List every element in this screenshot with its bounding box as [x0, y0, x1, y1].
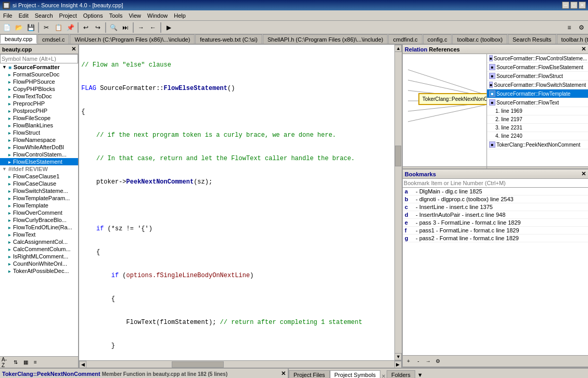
copy-button[interactable]: 📋 — [53, 22, 64, 33]
relation-close-btn[interactable]: ✕ — [581, 46, 586, 53]
open-button[interactable]: 📂 — [13, 22, 24, 33]
editor-hscrollbar[interactable]: ◀ ▶ — [79, 360, 402, 368]
preview-close-btn[interactable]: ✕ — [281, 370, 286, 377]
project-tab-files[interactable]: Project Files — [289, 370, 330, 378]
tree-item-ifdef-review[interactable]: ▼ #ifdef REVIEW — [0, 165, 78, 173]
save-button[interactable]: 💾 — [25, 22, 36, 33]
relation-zoom-in-btn[interactable]: + — [433, 168, 443, 170]
tree-item-flowfilescope[interactable]: ▸ FlowFileScope — [0, 114, 78, 122]
tree-item-flowtemplateparam[interactable]: ▸ FlowTemplateParam... — [0, 194, 78, 202]
relation-item-5-2[interactable]: 2. line 2197 — [487, 115, 588, 124]
relation-refresh-btn[interactable]: ↻ — [424, 168, 433, 170]
undo-button[interactable]: ↩ — [80, 22, 92, 33]
bookmark-search-input[interactable] — [403, 179, 588, 188]
relation-item-2[interactable]: ■ SourceFormatter::FlowStruct — [487, 72, 588, 81]
tree-item-flowovercomment[interactable]: ▸ FlowOverComment — [0, 209, 78, 216]
tree-item-flowcontrol[interactable]: ▸ FlowControlStatem... — [0, 151, 78, 158]
scroll-left-btn[interactable]: ◀ — [79, 361, 86, 368]
menu-edit[interactable]: Edit — [16, 10, 32, 21]
menu-view[interactable]: View — [125, 10, 144, 21]
bookmark-item-e[interactable]: e - pass 3 - FormatLine - format.c line … — [403, 219, 588, 227]
az-button[interactable]: A-Z — [1, 358, 10, 367]
graph-center-node[interactable]: TokerClang::PeekNextNonComment — [418, 93, 487, 105]
tree-item-flowtext[interactable]: ▸ FlowText — [0, 231, 78, 238]
tree-item-flowtoendofline[interactable]: ▸ FlowToEndOfLine(Ra... — [0, 224, 78, 231]
menu-search[interactable]: Search — [32, 10, 56, 21]
relation-back-btn[interactable]: ◀ — [404, 168, 413, 170]
menu-window[interactable]: Window — [144, 10, 171, 21]
filter-button[interactable]: ▦ — [21, 358, 30, 367]
window-controls[interactable]: ─ □ ✕ — [562, 2, 586, 9]
goto-button[interactable]: → — [135, 22, 147, 33]
tree-item-flownamespace[interactable]: ▸ FlowNamespace — [0, 136, 78, 144]
toolbar-extra-2[interactable]: ⚙ — [576, 22, 587, 33]
tree-item-copyphpblocks[interactable]: ▸ CopyPHPBlocks — [0, 85, 78, 93]
bookmark-item-c[interactable]: c - InsertLine - insert.c line 1375 — [403, 203, 588, 211]
build-button[interactable]: ▶ — [163, 22, 174, 33]
relation-item-3[interactable]: ■ SourceFormatter::FlowSwitchStatement — [487, 81, 588, 89]
expand-icon[interactable]: ▼ — [2, 64, 7, 70]
tree-item-calcassignment[interactable]: ▸ CalcAssignmentCol... — [0, 238, 78, 245]
menu-project[interactable]: Project — [56, 10, 80, 21]
tree-item-countnonwhite[interactable]: ▸ CountNonWhiteOnl... — [0, 260, 78, 267]
relation-zoom-out-btn[interactable]: - — [443, 168, 453, 170]
relation-settings-btn[interactable]: ⚙ — [453, 168, 463, 170]
search-button[interactable]: 🔍 — [108, 22, 119, 33]
tree-item-flowtextodoc[interactable]: ▸ FlowTextToDoc — [0, 93, 78, 100]
bookmark-item-f[interactable]: f - pass1 - FormatLine - format.c line 1… — [403, 227, 588, 234]
tree-item-preprocphp[interactable]: ▸ PreprocPHP — [0, 100, 78, 107]
close-button[interactable]: ✕ — [579, 2, 586, 9]
tree-item-tokerat[interactable]: ▸ TokerAtPossibleDec... — [0, 267, 78, 275]
tree-item-flowswitchstatement[interactable]: ▸ FlowSwitchStateme... — [0, 187, 78, 194]
tab-config[interactable]: config.c — [423, 34, 452, 44]
bookmark-item-b[interactable]: b - dlgnoti - dlgprop.c (toolbox) line 2… — [403, 195, 588, 203]
tree-item-flowwhileafterdo[interactable]: ▸ FlowWhileAfterDoBl — [0, 144, 78, 151]
list-settings-btn[interactable]: ⚙ — [508, 168, 517, 170]
tree-item-postprocphp[interactable]: ▸ PostprocPHP — [0, 107, 78, 114]
bookmark-item-g[interactable]: g - pass2 - Format line - format.c line … — [403, 234, 588, 242]
options-button[interactable]: ≡ — [31, 358, 40, 367]
expand-icon[interactable]: ▼ — [2, 166, 7, 172]
symbol-search-input[interactable] — [0, 54, 78, 63]
tab-search-results[interactable]: Search Results — [508, 34, 556, 44]
tab-beauty-cpp[interactable]: beauty.cpp — [0, 34, 37, 44]
list-scroll-down-btn[interactable]: ▼ — [498, 168, 507, 170]
new-button[interactable]: 📄 — [1, 22, 12, 33]
menu-file[interactable]: File — [0, 10, 16, 21]
list-scroll-up-btn[interactable]: ▲ — [488, 168, 497, 170]
back-button[interactable]: ← — [147, 22, 159, 33]
tree-item-sourceformatter[interactable]: ▼ ■ SourceFormatter — [0, 63, 78, 71]
tab-toolbar[interactable]: toolbar.c (toolbox) — [452, 34, 507, 44]
sort-button[interactable]: ⇅ — [11, 358, 20, 367]
toolbar-extra-1[interactable]: ≡ — [564, 22, 575, 33]
tree-item-flowcurlybrace[interactable]: ▸ FlowCurlyBraceBlo... — [0, 216, 78, 224]
tab-features-web[interactable]: features-web.txt (C:\si) — [195, 34, 262, 44]
redo-button[interactable]: ↪ — [92, 22, 104, 33]
tree-item-isrightML[interactable]: ▸ IsRightMLComment... — [0, 253, 78, 260]
tree-item-formatsourcedoc[interactable]: ▸ FormatSourceDoc — [0, 71, 78, 78]
minimize-button[interactable]: ─ — [562, 2, 569, 9]
tab-shellapi[interactable]: ShellAPI.h (C:\Program Files (x86)\...\i… — [263, 34, 388, 44]
tree-item-flowelse[interactable]: ▸ FlowElseStatement — [0, 158, 78, 165]
scroll-right-btn[interactable]: ▶ — [394, 361, 402, 368]
relation-item-6[interactable]: ■ TokerClang::PeekNextNonComment — [487, 140, 588, 149]
scroll-thumb[interactable] — [395, 146, 401, 166]
relation-item-5[interactable]: ■ SourceFormatter::FlowText — [487, 98, 588, 107]
tree-item-flowcaseclause1[interactable]: ▸ FlowCaseClause1 — [0, 173, 78, 180]
menu-help[interactable]: Help — [171, 10, 189, 21]
tree-item-flowstruct[interactable]: ▸ FlowStruct — [0, 129, 78, 136]
bookmark-item-d[interactable]: d - InsertInAutoPair - insert.c line 948 — [403, 211, 588, 219]
relation-forward-btn[interactable]: ▶ — [414, 168, 423, 170]
bm-del-btn[interactable]: - — [414, 357, 423, 366]
project-tab-x[interactable]: ✕ — [380, 372, 387, 378]
tree-item-flowphpsource[interactable]: ▸ FlowPHPSource — [0, 78, 78, 85]
code-editor[interactable]: // Flow an "else" clause FLAG SourceForm… — [79, 45, 394, 360]
relation-item-0[interactable]: ■ SourceFormatter::FlowControlStateme... — [487, 54, 588, 63]
tab-toolbar-h[interactable]: toolbar.h (toolbox) — [557, 34, 588, 44]
hscroll-thumb[interactable] — [172, 361, 224, 368]
symbol-browser-close[interactable]: ✕ — [71, 46, 76, 53]
maximize-button[interactable]: □ — [570, 2, 578, 9]
relation-item-5-4[interactable]: 4. line 2240 — [487, 132, 588, 140]
bookmark-item-a[interactable]: a - DlgMain - dlg.c line 1825 — [403, 188, 588, 195]
tab-cmdsel[interactable]: cmdsel.c — [37, 34, 69, 44]
